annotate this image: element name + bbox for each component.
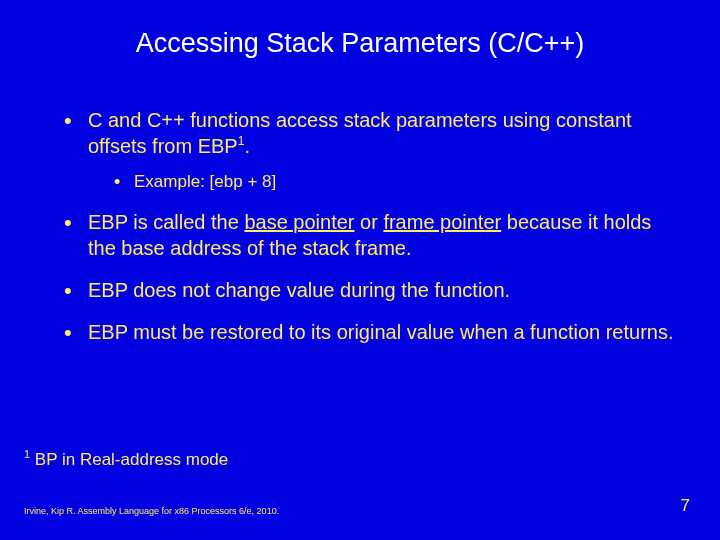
footnote-text: BP in Real-address mode — [30, 450, 228, 469]
footnote: 1 BP in Real-address mode — [24, 448, 228, 470]
slide: Accessing Stack Parameters (C/C++) C and… — [0, 0, 720, 540]
bullet-2-underline-2: frame pointer — [383, 211, 501, 233]
slide-title: Accessing Stack Parameters (C/C++) — [40, 28, 680, 59]
bullet-2: EBP is called the base pointer or frame … — [64, 209, 680, 261]
bullet-4: EBP must be restored to its original val… — [64, 319, 680, 345]
bullet-3: EBP does not change value during the fun… — [64, 277, 680, 303]
bullet-2-pre: EBP is called the — [88, 211, 244, 233]
bullet-1-text-pre: C and C++ functions access stack paramet… — [88, 109, 632, 157]
sub-bullet-list: Example: [ebp + 8] — [88, 171, 680, 193]
bullet-2-underline-1: base pointer — [244, 211, 354, 233]
citation: Irvine, Kip R. Assembly Language for x86… — [24, 506, 279, 516]
sub-bullet-1: Example: [ebp + 8] — [114, 171, 680, 193]
page-number: 7 — [681, 496, 690, 516]
bullet-list: C and C++ functions access stack paramet… — [40, 107, 680, 345]
bullet-1: C and C++ functions access stack paramet… — [64, 107, 680, 193]
bullet-1-text-post: . — [244, 135, 250, 157]
bullet-2-mid: or — [354, 211, 383, 233]
